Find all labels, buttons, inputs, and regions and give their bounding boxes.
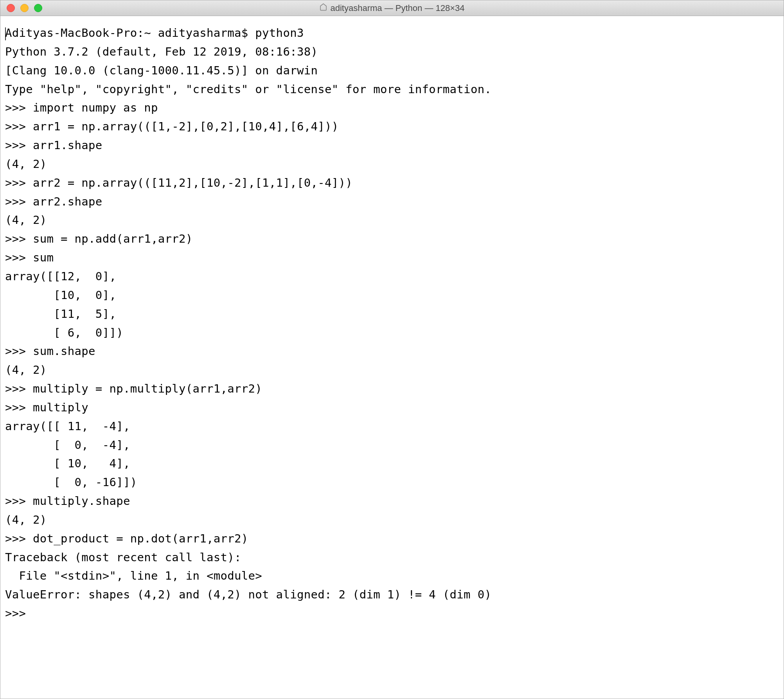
terminal-line: array([[12, 0],: [5, 270, 116, 283]
terminal-line: Adityas-MacBook-Pro:~ adityasharma$ pyth…: [5, 26, 304, 40]
terminal-line: [ 6, 0]]): [5, 326, 123, 339]
terminal-line: >>> arr1 = np.array(([1,-2],[0,2],[10,4]…: [5, 120, 338, 133]
terminal-line: [ 10, 4],: [5, 457, 130, 470]
terminal-line: Type "help", "copyright", "credits" or "…: [5, 83, 491, 96]
terminal-window: adityasharma — Python — 128×34 Adityas-M…: [0, 0, 784, 699]
home-icon: [319, 3, 327, 13]
terminal-line: [11, 5],: [5, 307, 116, 321]
maximize-button[interactable]: [34, 4, 42, 12]
minimize-button[interactable]: [20, 4, 29, 12]
terminal-line: >>> arr2 = np.array(([11,2],[10,-2],[1,1…: [5, 176, 352, 189]
terminal-line: (4, 2): [5, 213, 47, 227]
terminal-line: >>> import numpy as np: [5, 101, 158, 114]
terminal-line: >>> arr2.shape: [5, 195, 102, 208]
terminal-line: array([[ 11, -4],: [5, 420, 130, 433]
terminal-line: >>> multiply = np.multiply(arr1,arr2): [5, 382, 262, 395]
terminal-line: >>> multiply: [5, 401, 88, 414]
terminal-line: >>> sum.shape: [5, 344, 95, 358]
terminal-line: >>> dot_product = np.dot(arr1,arr2): [5, 532, 248, 545]
terminal-line: [ 0, -16]]): [5, 476, 137, 489]
traffic-lights: [0, 4, 42, 12]
terminal-line: (4, 2): [5, 363, 47, 377]
terminal-line: [Clang 10.0.0 (clang-1000.11.45.5)] on d…: [5, 64, 318, 77]
terminal-line: ValueError: shapes (4,2) and (4,2) not a…: [5, 588, 491, 601]
window-title: adityasharma — Python — 128×34: [330, 3, 464, 13]
terminal-line: (4, 2): [5, 513, 47, 526]
terminal-line: >>>: [5, 607, 33, 620]
window-titlebar[interactable]: adityasharma — Python — 128×34: [0, 0, 784, 16]
close-button[interactable]: [7, 4, 15, 12]
terminal-line: Python 3.7.2 (default, Feb 12 2019, 08:1…: [5, 45, 318, 58]
window-title-wrapper: adityasharma — Python — 128×34: [319, 3, 464, 13]
terminal-line: [10, 0],: [5, 288, 116, 302]
terminal-line: >>> arr1.shape: [5, 139, 102, 152]
terminal-line: >>> sum = np.add(arr1,arr2): [5, 232, 193, 245]
terminal-line: Traceback (most recent call last):: [5, 551, 241, 564]
terminal-line: >>> multiply.shape: [5, 494, 130, 508]
terminal-content[interactable]: Adityas-MacBook-Pro:~ adityasharma$ pyth…: [0, 16, 784, 699]
terminal-line: File "<stdin>", line 1, in <module>: [5, 569, 262, 582]
terminal-line: >>> sum: [5, 251, 54, 264]
terminal-line: [ 0, -4],: [5, 438, 130, 452]
terminal-line: (4, 2): [5, 157, 47, 171]
